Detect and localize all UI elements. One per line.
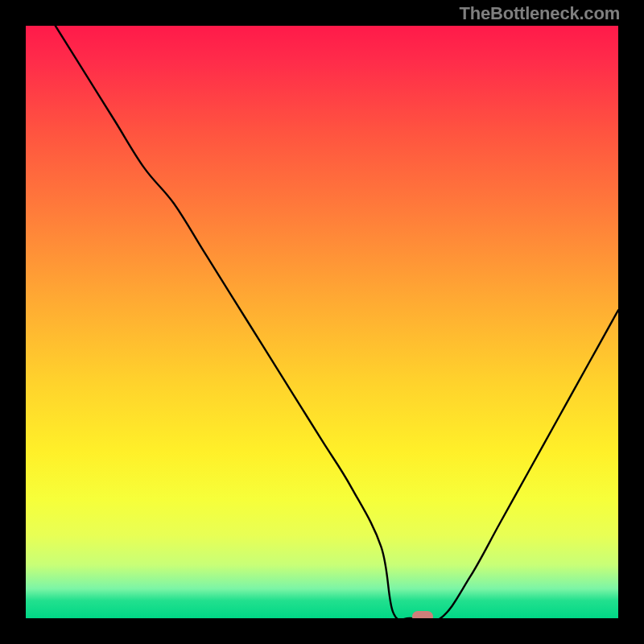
bottleneck-curve xyxy=(26,26,618,618)
plot-area xyxy=(26,26,618,618)
optimal-marker xyxy=(412,611,433,618)
watermark-text: TheBottleneck.com xyxy=(459,3,620,24)
chart-frame: TheBottleneck.com xyxy=(0,0,644,644)
